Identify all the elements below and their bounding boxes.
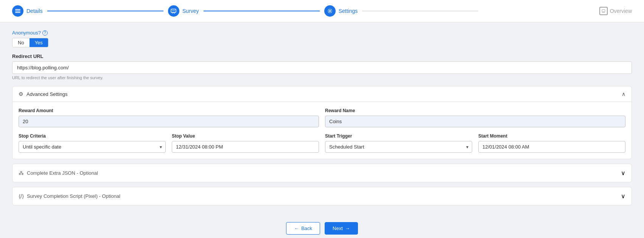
step-survey[interactable]: Survey (168, 5, 199, 17)
step-settings[interactable]: Settings (324, 5, 358, 17)
advanced-settings-chevron: ∧ (622, 91, 625, 97)
start-moment-label: Start Moment (478, 133, 625, 139)
extra-json-title: Complete Extra JSON - Optional (27, 170, 98, 176)
back-label: Back (301, 225, 312, 231)
anonymous-toggle: No Yes (12, 38, 48, 47)
svg-point-4 (172, 10, 173, 11)
reward-name-field: Reward Name (325, 108, 625, 127)
advanced-settings-body: Reward Amount Reward Name Stop Criteria … (12, 102, 632, 159)
gear-icon: ⚙ (19, 91, 23, 97)
extra-json-chevron: ∨ (621, 169, 625, 177)
stop-value-field: Stop Value (172, 133, 319, 153)
start-moment-input[interactable] (478, 141, 625, 153)
start-moment-field: Start Moment (478, 133, 625, 153)
step-details[interactable]: Details (12, 5, 43, 17)
details-icon (12, 5, 23, 17)
stop-criteria-field: Stop Criteria Until specific date Until … (19, 133, 166, 153)
back-button[interactable]: ← Back (286, 222, 320, 235)
next-button[interactable]: Next → (325, 222, 358, 235)
start-trigger-field: Start Trigger Scheduled Start Immediate … (325, 133, 472, 153)
redirect-url-label: Redirect URL (12, 53, 632, 59)
completion-script-card: ⟨/⟩ Survey Completion Script (Pixel) - O… (12, 187, 632, 205)
footer: ← Back Next → (0, 216, 644, 238)
next-arrow-icon: → (345, 225, 350, 231)
line-2 (204, 11, 320, 11)
survey-label: Survey (182, 8, 199, 14)
extra-json-card: ⁂ Complete Extra JSON - Optional ∨ (12, 164, 632, 182)
stop-criteria-label: Stop Criteria (19, 133, 166, 139)
completion-script-header-left: ⟨/⟩ Survey Completion Script (Pixel) - O… (19, 193, 120, 199)
advanced-settings-header-left: ⚙ Advanced Settings (19, 91, 67, 97)
reward-name-input[interactable] (325, 116, 625, 127)
json-icon: ⁂ (19, 170, 24, 176)
code-icon: ⟨/⟩ (19, 193, 24, 199)
advanced-settings-card: ⚙ Advanced Settings ∧ Reward Amount Rewa… (12, 86, 632, 159)
main-content: Anonymous? ? No Yes Redirect URL URL to … (0, 22, 644, 216)
extra-json-header-left: ⁂ Complete Extra JSON - Optional (19, 170, 98, 176)
start-trigger-select[interactable]: Scheduled Start Immediate Start Manual S… (325, 141, 472, 153)
completion-script-header[interactable]: ⟨/⟩ Survey Completion Script (Pixel) - O… (12, 187, 632, 205)
redirect-url-input[interactable] (12, 61, 632, 74)
stop-value-input[interactable] (172, 141, 319, 153)
reward-amount-label: Reward Amount (19, 108, 319, 113)
anonymous-no-btn[interactable]: No (12, 38, 30, 47)
svg-point-6 (174, 10, 175, 11)
overview-label: Overview (610, 8, 632, 14)
stop-start-row: Stop Criteria Until specific date Until … (19, 133, 625, 153)
svg-rect-2 (15, 12, 20, 13)
extra-json-header[interactable]: ⁂ Complete Extra JSON - Optional ∨ (12, 164, 632, 182)
step-overview[interactable]: Overview (599, 7, 632, 15)
advanced-settings-header[interactable]: ⚙ Advanced Settings ∧ (12, 86, 632, 102)
svg-rect-1 (15, 11, 20, 11)
next-label: Next (333, 225, 343, 231)
stop-value-label: Stop Value (172, 133, 319, 139)
reward-row: Reward Amount Reward Name (19, 108, 625, 127)
start-trigger-label: Start Trigger (325, 133, 472, 139)
advanced-settings-title: Advanced Settings (26, 91, 67, 97)
anonymous-section: Anonymous? ? No Yes (12, 30, 632, 47)
line-3 (362, 11, 478, 11)
completion-script-title: Survey Completion Script (Pixel) - Optio… (27, 193, 120, 199)
reward-name-label: Reward Name (325, 108, 625, 113)
svg-point-7 (329, 10, 331, 12)
stop-criteria-select-wrapper: Until specific date Until specific count… (19, 141, 166, 153)
anonymous-label: Anonymous? ? (12, 30, 632, 36)
settings-icon (324, 5, 336, 17)
survey-icon (168, 5, 179, 17)
anonymous-help-icon[interactable]: ? (42, 30, 48, 36)
redirect-url-section: Redirect URL URL to redirect the user af… (12, 53, 632, 80)
svg-rect-0 (15, 9, 20, 10)
overview-icon (599, 7, 608, 15)
stepper: Details Survey Settings (0, 0, 644, 22)
completion-script-chevron: ∨ (621, 193, 625, 200)
line-1 (47, 11, 163, 11)
reward-amount-input[interactable] (19, 116, 319, 127)
details-label: Details (26, 8, 43, 14)
redirect-url-hint: URL to redirect the user after finishing… (12, 75, 632, 80)
back-arrow-icon: ← (294, 225, 299, 231)
stop-criteria-select[interactable]: Until specific date Until specific count… (19, 141, 166, 153)
svg-point-5 (173, 10, 174, 11)
settings-label: Settings (339, 8, 358, 14)
svg-rect-8 (602, 9, 605, 12)
anonymous-yes-btn[interactable]: Yes (30, 38, 48, 47)
start-trigger-select-wrapper: Scheduled Start Immediate Start Manual S… (325, 141, 472, 153)
reward-amount-field: Reward Amount (19, 108, 319, 127)
